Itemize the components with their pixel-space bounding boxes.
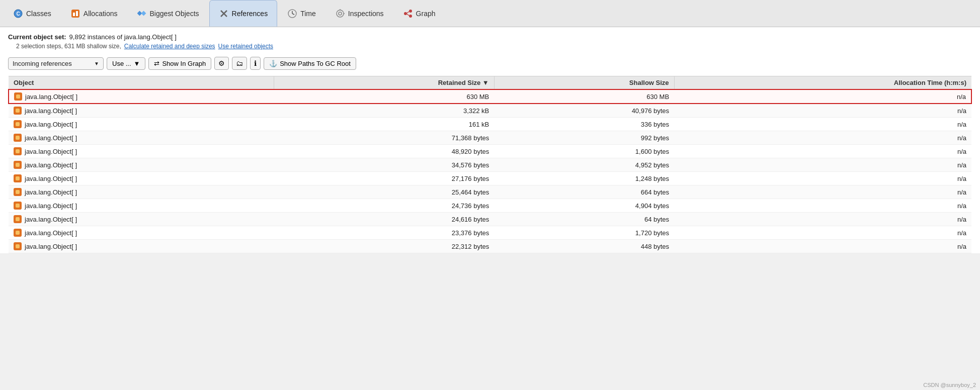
show-paths-button[interactable]: ⚓ Show Paths To GC Root	[264, 57, 356, 70]
cell-object: java.lang.Object[ ]	[9, 104, 274, 117]
graph-icon	[403, 9, 413, 19]
svg-rect-4	[76, 11, 78, 16]
cell-retained-size: 161 kB	[274, 118, 495, 131]
cell-retained-size: 630 MB	[274, 89, 495, 104]
svg-point-18	[409, 15, 412, 18]
tab-graph[interactable]: Graph	[394, 0, 445, 27]
object-set-row: Current object set: 9,892 instances of j…	[8, 33, 972, 41]
object-set-value: 9,892 instances of java.lang.Object[ ]	[69, 33, 177, 41]
tab-allocations-label: Allocations	[84, 10, 118, 18]
cell-allocation-time: n/a	[674, 213, 971, 226]
cell-retained-size: 24,736 bytes	[274, 199, 495, 213]
info-icon-button[interactable]: ℹ	[250, 57, 261, 70]
cell-allocation-time: n/a	[674, 89, 971, 104]
use-dropdown-icon: ▼	[134, 60, 140, 67]
cell-shallow-size: 1,720 bytes	[494, 226, 674, 240]
svg-point-13	[339, 12, 342, 15]
table-row[interactable]: java.lang.Object[ ]23,376 bytes1,720 byt…	[9, 226, 971, 240]
table-row[interactable]: java.lang.Object[ ]24,736 bytes4,904 byt…	[9, 199, 971, 213]
cell-retained-size: 34,576 bytes	[274, 158, 495, 172]
tab-inspections[interactable]: Inspections	[326, 0, 393, 27]
table-row[interactable]: java.lang.Object[ ]24,616 bytes64 bytesn…	[9, 213, 971, 226]
object-set-label: Current object set:	[8, 33, 66, 41]
cell-allocation-time: n/a	[674, 158, 971, 172]
object-name-text: java.lang.Object[ ]	[25, 161, 77, 169]
object-name-text: java.lang.Object[ ]	[25, 175, 77, 182]
object-type-icon	[14, 161, 22, 169]
allocations-icon	[70, 9, 80, 19]
svg-line-19	[407, 12, 409, 13]
show-in-graph-button[interactable]: ⇄ Show In Graph	[148, 57, 211, 70]
object-name-text: java.lang.Object[ ]	[25, 188, 77, 196]
object-name-text: java.lang.Object[ ]	[25, 243, 77, 250]
cell-allocation-time: n/a	[674, 185, 971, 199]
anchor-icon: ⚓	[269, 60, 277, 67]
svg-rect-3	[73, 13, 75, 16]
object-type-icon	[14, 242, 22, 250]
settings-icon-button[interactable]: ⚙	[214, 57, 229, 70]
cell-shallow-size: 40,976 bytes	[494, 104, 674, 118]
tab-inspections-label: Inspections	[348, 10, 384, 18]
svg-text:C: C	[16, 11, 20, 17]
reference-type-dropdown[interactable]: Incoming references ▼	[8, 57, 104, 70]
cell-object: java.lang.Object[ ]	[9, 213, 274, 226]
object-type-icon	[14, 215, 22, 223]
tab-classes[interactable]: CClasses	[4, 0, 60, 27]
col-object: Object	[9, 76, 274, 90]
object-name-text: java.lang.Object[ ]	[25, 121, 77, 128]
cell-object: java.lang.Object[ ]	[9, 145, 274, 158]
cell-object: java.lang.Object[ ]	[9, 199, 274, 212]
object-name-text: java.lang.Object[ ]	[25, 107, 77, 115]
cell-retained-size: 3,322 kB	[274, 104, 495, 118]
cell-shallow-size: 336 bytes	[494, 118, 674, 131]
cell-object: java.lang.Object[ ]	[9, 185, 274, 199]
cell-retained-size: 22,312 bytes	[274, 240, 495, 253]
table-row[interactable]: java.lang.Object[ ]48,920 bytes1,600 byt…	[9, 145, 971, 158]
table-row[interactable]: java.lang.Object[ ]630 MB630 MBn/a	[9, 89, 971, 104]
table-icon-button[interactable]: 🗂	[232, 57, 247, 70]
cell-object: java.lang.Object[ ]	[9, 131, 274, 144]
table-row[interactable]: java.lang.Object[ ]25,464 bytes664 bytes…	[9, 185, 971, 199]
object-type-icon	[14, 107, 22, 115]
table-row[interactable]: java.lang.Object[ ]161 kB336 bytesn/a	[9, 118, 971, 131]
cell-allocation-time: n/a	[674, 145, 971, 158]
object-type-icon	[14, 229, 22, 237]
object-name-text: java.lang.Object[ ]	[25, 134, 77, 142]
col-shallow-size[interactable]: Shallow Size	[494, 76, 674, 90]
tab-references[interactable]: References	[209, 0, 278, 27]
cell-retained-size: 23,376 bytes	[274, 226, 495, 240]
content-area: Current object set: 9,892 instances of j…	[0, 27, 980, 253]
use-button[interactable]: Use ... ▼	[107, 57, 145, 70]
table-row[interactable]: java.lang.Object[ ]22,312 bytes448 bytes…	[9, 240, 971, 253]
calculate-retained-link[interactable]: Calculate retained and deep sizes	[124, 43, 215, 50]
object-type-icon	[14, 120, 22, 128]
svg-point-12	[337, 10, 344, 17]
show-in-graph-label: Show In Graph	[162, 60, 206, 67]
chevron-down-icon: ▼	[94, 61, 99, 66]
tab-biggest-objects[interactable]: Biggest Objects	[128, 0, 208, 27]
cell-retained-size: 24,616 bytes	[274, 213, 495, 226]
cell-allocation-time: n/a	[674, 131, 971, 145]
object-type-icon	[14, 147, 22, 155]
table-header: Object Retained Size ▼ Shallow Size Allo…	[9, 76, 971, 90]
inspections-icon	[335, 9, 345, 19]
svg-line-11	[292, 14, 294, 15]
cell-allocation-time: n/a	[674, 226, 971, 240]
cell-allocation-time: n/a	[674, 118, 971, 131]
tab-allocations[interactable]: Allocations	[61, 0, 127, 27]
object-type-icon	[14, 134, 22, 142]
show-paths-label: Show Paths To GC Root	[280, 60, 351, 67]
cell-shallow-size: 992 bytes	[494, 131, 674, 145]
tab-classes-label: Classes	[26, 10, 51, 18]
cell-shallow-size: 664 bytes	[494, 185, 674, 199]
object-name-text: java.lang.Object[ ]	[25, 216, 77, 223]
table-row[interactable]: java.lang.Object[ ]27,176 bytes1,248 byt…	[9, 172, 971, 185]
col-retained-size[interactable]: Retained Size ▼	[274, 76, 495, 90]
col-allocation-time[interactable]: Allocation Time (h:m:s)	[674, 76, 971, 90]
table-row[interactable]: java.lang.Object[ ]71,368 bytes992 bytes…	[9, 131, 971, 145]
use-retained-link[interactable]: Use retained objects	[218, 43, 273, 50]
tab-time[interactable]: Time	[278, 0, 325, 27]
table-row[interactable]: java.lang.Object[ ]3,322 kB40,976 bytesn…	[9, 104, 971, 118]
tab-references-label: References	[232, 10, 268, 18]
table-row[interactable]: java.lang.Object[ ]34,576 bytes4,952 byt…	[9, 158, 971, 172]
